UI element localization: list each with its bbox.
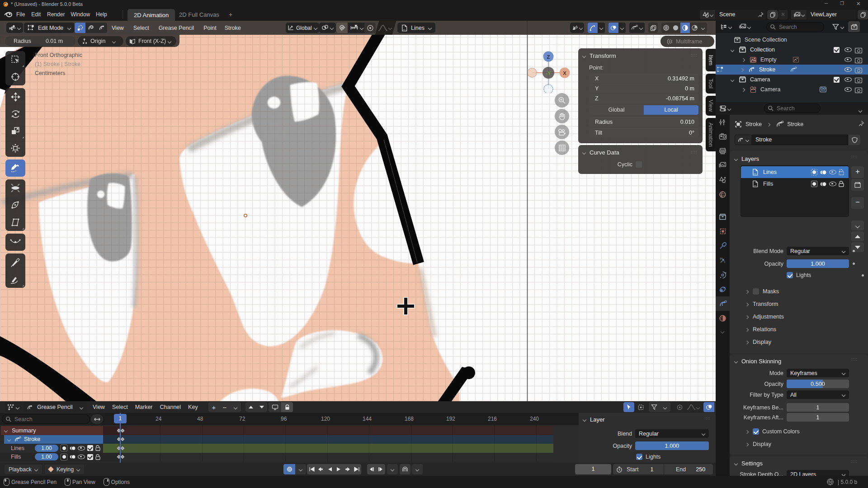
svg-text:X: X [563, 70, 566, 76]
svg-text:Z: Z [547, 54, 550, 60]
svg-text:-Y: -Y [546, 70, 552, 76]
